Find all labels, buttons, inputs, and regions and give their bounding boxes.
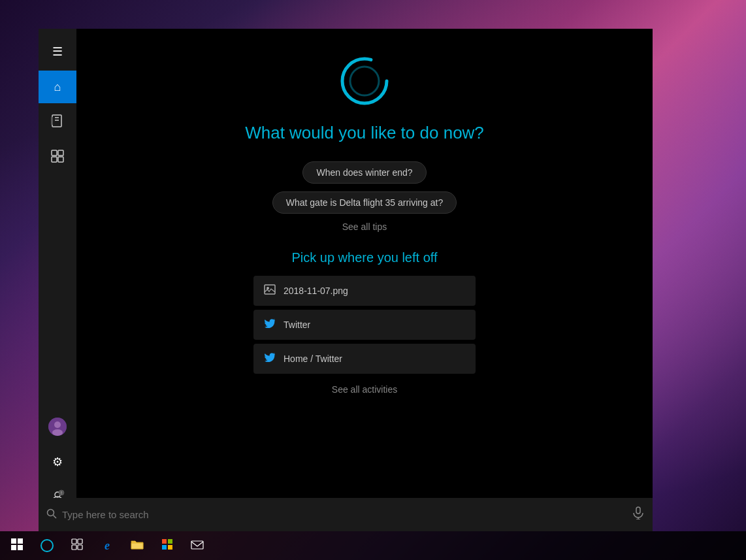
cortana-taskbar-button[interactable] [33,531,61,560]
svg-rect-24 [18,538,23,544]
search-icon [46,508,57,521]
home-icon: ⌂ [54,80,61,94]
svg-rect-5 [58,150,63,156]
svg-text:!: ! [61,491,62,495]
microphone-icon[interactable] [632,506,645,523]
svg-rect-28 [78,539,82,544]
svg-rect-0 [52,115,61,127]
avatar-icon [48,418,67,436]
svg-rect-7 [58,157,63,162]
svg-point-15 [350,67,379,95]
svg-rect-16 [265,285,275,294]
svg-rect-33 [162,545,167,550]
sidebar-home-button[interactable]: ⌂ [39,71,76,103]
edge-button[interactable]: e [93,531,122,560]
pick-up-section-title: Pick up where you left off [291,250,437,265]
activity-item-image-text: 2018-11-07.png [284,286,348,296]
collections-icon [50,149,65,167]
file-explorer-button[interactable] [123,531,152,560]
search-input[interactable] [62,509,626,520]
cortana-circle-icon [41,539,54,552]
sidebar-avatar[interactable] [39,410,76,443]
svg-rect-26 [18,545,23,550]
svg-rect-25 [11,545,16,550]
svg-rect-27 [72,539,76,544]
svg-rect-29 [72,545,76,550]
store-button[interactable] [153,531,182,560]
cortana-panel: ☰ ⌂ [39,29,653,519]
taskbar: e [0,531,746,560]
twitter-icon [264,318,276,332]
svg-rect-34 [168,545,172,550]
menu-icon: ☰ [52,44,63,59]
image-file-icon [264,284,276,298]
settings-icon: ⚙ [52,455,63,469]
cortana-sidebar: ☰ ⌂ [39,29,76,519]
notebook-icon [50,114,65,131]
see-all-activities-link[interactable]: See all activities [332,384,397,395]
edge-icon: e [105,539,110,553]
svg-point-9 [54,421,61,428]
sidebar-notebook-button[interactable] [39,106,76,139]
task-view-button[interactable] [63,531,91,560]
svg-rect-35 [191,541,203,549]
cortana-main-content: What would you like to do now? When does… [76,29,653,519]
svg-rect-6 [52,157,57,162]
see-all-tips-link[interactable]: See all tips [342,222,387,232]
activity-list: 2018-11-07.png Twitter Home / Twit [253,276,476,374]
svg-rect-30 [78,545,82,550]
sidebar-menu-button[interactable]: ☰ [39,35,76,68]
start-button[interactable] [3,531,31,560]
svg-point-10 [52,429,63,436]
sidebar-collections-button[interactable] [39,141,76,174]
svg-rect-31 [162,539,167,544]
svg-point-14 [342,59,387,103]
file-explorer-icon [131,538,144,553]
svg-rect-4 [52,150,57,156]
store-icon [161,538,173,553]
sidebar-settings-button[interactable]: ⚙ [39,446,76,478]
activity-item-home-twitter-text: Home / Twitter [284,354,342,364]
svg-point-17 [267,287,269,289]
activity-item-twitter[interactable]: Twitter [253,310,476,340]
svg-rect-32 [168,539,172,544]
svg-rect-20 [636,507,640,514]
cortana-search-bar [39,498,653,531]
activity-item-image[interactable]: 2018-11-07.png [253,276,476,306]
suggestion-pill-1[interactable]: When does winter end? [302,161,426,184]
activity-item-home-twitter[interactable]: Home / Twitter [253,344,476,374]
twitter-home-icon [264,352,276,366]
cortana-main-question: What would you like to do now? [245,123,484,143]
svg-rect-23 [11,538,16,544]
task-view-icon [71,538,83,553]
mail-button[interactable] [183,531,212,560]
suggestion-pill-2[interactable]: What gate is Delta flight 35 arriving at… [272,191,457,214]
cortana-ring-icon [338,55,391,107]
svg-point-18 [48,509,54,516]
svg-rect-3 [51,117,53,125]
activity-item-twitter-text: Twitter [284,320,310,330]
mail-icon [191,539,204,553]
svg-line-19 [54,515,57,518]
windows-icon [11,538,23,553]
